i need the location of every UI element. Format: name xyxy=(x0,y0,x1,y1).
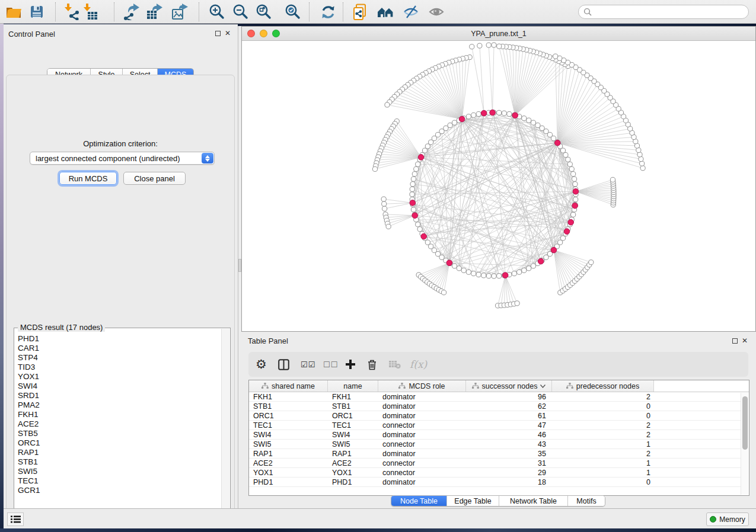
zoom-fit-icon[interactable] xyxy=(254,3,272,21)
mcds-result-item[interactable]: ACE2 xyxy=(15,419,221,429)
mcds-result-item[interactable]: CAR1 xyxy=(15,344,221,353)
ring-node[interactable] xyxy=(411,207,416,212)
table-row[interactable]: PHD1PHD1dominator180 xyxy=(249,477,741,487)
search-field[interactable] xyxy=(578,5,749,19)
column-selector-icon[interactable] xyxy=(278,355,289,373)
leaf-node[interactable] xyxy=(553,54,558,59)
ring-node[interactable] xyxy=(439,129,444,134)
ring-node[interactable] xyxy=(535,123,540,127)
mcds-result-item[interactable]: PHD1 xyxy=(15,334,221,344)
ring-node[interactable] xyxy=(527,118,531,123)
ring-node[interactable] xyxy=(435,132,440,137)
ring-node[interactable] xyxy=(439,255,444,259)
ring-node[interactable] xyxy=(573,197,578,202)
leaf-node[interactable] xyxy=(486,43,491,47)
minimize-window-icon[interactable] xyxy=(260,30,267,37)
table-row[interactable]: YOX1YOX1connector291 xyxy=(249,468,741,477)
save-session-icon[interactable] xyxy=(28,3,46,21)
ring-node[interactable] xyxy=(563,152,568,157)
mcds-hub-node[interactable] xyxy=(502,273,508,278)
ring-node[interactable] xyxy=(410,182,415,187)
ring-node[interactable] xyxy=(502,111,506,116)
ring-node[interactable] xyxy=(512,271,516,276)
mcds-result-item[interactable]: TEC1 xyxy=(15,476,221,486)
hide-graphics-details-icon[interactable] xyxy=(402,3,420,21)
column-header-successor-nodes[interactable]: successor nodes xyxy=(466,380,552,392)
leaf-node[interactable] xyxy=(497,44,502,49)
leaf-node[interactable] xyxy=(640,166,645,171)
mcds-hub-node[interactable] xyxy=(564,229,570,235)
ring-node[interactable] xyxy=(452,264,457,268)
export-table-icon[interactable] xyxy=(146,3,164,21)
ring-node[interactable] xyxy=(492,274,496,278)
leaf-node[interactable] xyxy=(639,156,643,161)
mcds-result-item[interactable]: STB5 xyxy=(15,429,221,438)
ring-node[interactable] xyxy=(422,148,427,153)
ring-node[interactable] xyxy=(432,136,436,140)
ring-node[interactable] xyxy=(410,187,414,191)
ring-node[interactable] xyxy=(571,212,576,217)
ring-node[interactable] xyxy=(417,227,422,232)
table-row[interactable]: ACE2ACE2connector311 xyxy=(249,459,741,468)
table-scrollbar-thumb[interactable] xyxy=(742,396,748,450)
ring-node[interactable] xyxy=(476,272,481,277)
import-network-icon[interactable] xyxy=(62,3,80,21)
mcds-result-item[interactable]: YOX1 xyxy=(15,372,221,382)
ring-node[interactable] xyxy=(497,274,502,278)
ring-node[interactable] xyxy=(517,270,522,274)
ring-node[interactable] xyxy=(471,113,476,117)
ring-node[interactable] xyxy=(540,126,544,130)
tab-network-table[interactable]: Network Table xyxy=(499,496,568,506)
refresh-layout-icon[interactable] xyxy=(319,3,337,21)
import-table-icon[interactable] xyxy=(81,3,99,21)
ring-node[interactable] xyxy=(461,268,466,273)
table-row[interactable]: SWI5SWI5connector431 xyxy=(249,440,741,449)
show-all-networks-icon[interactable] xyxy=(377,3,394,21)
ring-node[interactable] xyxy=(558,240,563,245)
mcds-hub-node[interactable] xyxy=(572,203,578,209)
ring-node[interactable] xyxy=(544,129,548,134)
close-panel-button[interactable]: Close panel xyxy=(123,172,186,185)
ring-node[interactable] xyxy=(466,114,471,119)
run-mcds-button[interactable]: Run MCDS xyxy=(59,172,117,185)
ring-node[interactable] xyxy=(457,266,461,271)
ring-node[interactable] xyxy=(497,110,502,115)
ring-node[interactable] xyxy=(527,266,531,271)
ring-node[interactable] xyxy=(471,271,476,276)
leaf-node[interactable] xyxy=(640,161,645,166)
criterion-dropdown[interactable]: largest connected component (undirected) xyxy=(30,152,215,165)
table-row[interactable]: SWI4SWI4dominator462 xyxy=(249,430,741,440)
ring-node[interactable] xyxy=(412,172,417,177)
ring-node[interactable] xyxy=(416,222,420,227)
mcds-hub-node[interactable] xyxy=(412,213,418,219)
mcds-hub-node[interactable] xyxy=(459,116,465,122)
mcds-result-scrollbar[interactable] xyxy=(221,329,229,518)
leaf-node[interactable] xyxy=(470,44,474,49)
mcds-result-item[interactable]: SRD1 xyxy=(15,391,221,400)
mcds-result-item[interactable]: RAP1 xyxy=(15,448,221,457)
mcds-result-item[interactable]: STB1 xyxy=(15,457,221,467)
table-row[interactable]: ORC1ORC1dominator610 xyxy=(249,411,741,421)
ring-node[interactable] xyxy=(410,192,414,197)
mcds-result-item[interactable]: GCR1 xyxy=(15,486,221,495)
network-document-icon[interactable] xyxy=(352,3,369,21)
ring-node[interactable] xyxy=(522,268,527,273)
ring-node[interactable] xyxy=(560,148,565,153)
tab-motifs[interactable]: Motifs xyxy=(568,496,605,506)
task-history-button[interactable] xyxy=(7,512,24,526)
ring-node[interactable] xyxy=(544,255,548,259)
delete-column-icon[interactable] xyxy=(367,355,377,373)
ring-node[interactable] xyxy=(435,251,440,256)
ring-node[interactable] xyxy=(522,116,527,121)
ring-node[interactable] xyxy=(476,111,481,116)
ring-node[interactable] xyxy=(507,111,512,116)
ring-node[interactable] xyxy=(569,166,574,171)
mcds-hub-node[interactable] xyxy=(481,110,487,116)
open-session-icon[interactable] xyxy=(5,3,23,21)
maximize-window-icon[interactable] xyxy=(272,30,280,37)
ring-node[interactable] xyxy=(567,162,572,166)
ring-node[interactable] xyxy=(481,273,486,278)
ring-node[interactable] xyxy=(414,166,419,171)
mcds-hub-node[interactable] xyxy=(554,140,560,146)
add-column-icon[interactable] xyxy=(345,355,356,373)
